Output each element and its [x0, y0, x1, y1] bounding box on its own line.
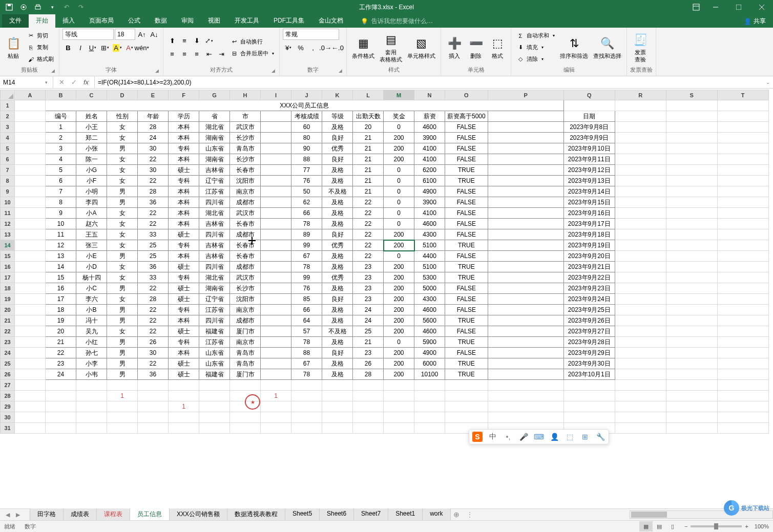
row-header-25[interactable]: 25 [1, 358, 15, 369]
cell-J9[interactable]: 50 [291, 186, 322, 197]
cell-M19[interactable]: 200 [384, 294, 414, 305]
cell-T21[interactable] [717, 315, 768, 326]
cell-P13[interactable] [488, 229, 563, 240]
cell-E24[interactable]: 30 [138, 348, 169, 358]
row-header-1[interactable]: 1 [1, 100, 15, 111]
row-header-24[interactable]: 24 [1, 348, 15, 358]
col-header-O[interactable]: O [445, 90, 488, 100]
cell-A13[interactable] [15, 229, 46, 240]
cell-Q21[interactable]: 2023年9月26日 [563, 315, 615, 326]
cell-styles-button[interactable]: ▧单元格样式 [405, 34, 437, 60]
cell-P20[interactable] [488, 305, 563, 315]
cell-L25[interactable]: 26 [353, 358, 384, 369]
cell-E14[interactable]: 25 [138, 240, 169, 251]
cell-G10[interactable]: 四川省 [199, 197, 230, 208]
cell-M5[interactable]: 200 [384, 143, 414, 154]
cell-H15[interactable]: 长春市 [230, 251, 261, 262]
cell-I20[interactable] [261, 305, 291, 315]
row-header-5[interactable]: 5 [1, 143, 15, 154]
cell-S30[interactable] [666, 412, 717, 423]
cell-D14[interactable]: 女 [107, 240, 138, 251]
cell-B10[interactable]: 8 [46, 197, 76, 208]
cell-D12[interactable]: 女 [107, 219, 138, 229]
row-header-21[interactable]: 21 [1, 315, 15, 326]
cell-M10[interactable]: 0 [384, 197, 414, 208]
cell-T14[interactable] [717, 240, 768, 251]
cell-E3[interactable]: 28 [138, 122, 169, 133]
row-header-19[interactable]: 19 [1, 294, 15, 305]
cell-P24[interactable] [488, 348, 563, 358]
cell-A11[interactable] [15, 208, 46, 219]
cell-M9[interactable]: 0 [384, 186, 414, 197]
cell-H23[interactable]: 南京市 [230, 337, 261, 348]
close-button[interactable] [750, 0, 773, 14]
cell-O25[interactable]: TRUE [445, 358, 488, 369]
cell-R3[interactable] [615, 122, 666, 133]
cell-F23[interactable]: 专科 [169, 337, 199, 348]
cell-B29[interactable] [46, 401, 76, 412]
cell-K28[interactable] [322, 391, 353, 401]
normal-view-button[interactable]: ▦ [639, 521, 653, 531]
col-header-G[interactable]: G [199, 90, 230, 100]
cell-O9[interactable]: FALSE [445, 186, 488, 197]
cell-T19[interactable] [717, 294, 768, 305]
sheet-tab-2[interactable]: 课程表 [96, 508, 130, 521]
cell-I19[interactable] [261, 294, 291, 305]
cell-F11[interactable]: 本科 [169, 208, 199, 219]
cell-I6[interactable] [261, 154, 291, 165]
cell-G20[interactable]: 江苏省 [199, 305, 230, 315]
cell-D5[interactable]: 男 [107, 143, 138, 154]
cell-M18[interactable]: 200 [384, 283, 414, 294]
cell-F27[interactable] [169, 380, 199, 391]
cell-L17[interactable]: 23 [353, 272, 384, 283]
cell-Q8[interactable]: 2023年9月13日 [563, 176, 615, 186]
cell-S2[interactable] [666, 111, 717, 122]
cell-S17[interactable] [666, 272, 717, 283]
cell-B11[interactable]: 9 [46, 208, 76, 219]
cell-F21[interactable]: 本科 [169, 315, 199, 326]
cell-N27[interactable] [414, 380, 445, 391]
cell-Q22[interactable]: 2023年9月27日 [563, 326, 615, 337]
cell-B19[interactable]: 17 [46, 294, 76, 305]
cell-J18[interactable]: 76 [291, 283, 322, 294]
cell-D24[interactable]: 男 [107, 348, 138, 358]
align-right-button[interactable]: ≡ [191, 49, 202, 60]
undo-button[interactable]: ↶ [60, 1, 73, 13]
cell-T9[interactable] [717, 186, 768, 197]
cell-L9[interactable]: 21 [353, 186, 384, 197]
header-cell-6[interactable]: 市 [230, 111, 261, 122]
tab-developer[interactable]: 开发工具 [227, 14, 266, 28]
cell-D11[interactable]: 女 [107, 208, 138, 219]
cell-B25[interactable]: 23 [46, 358, 76, 369]
ribbon-options-button[interactable] [688, 0, 704, 14]
cell-G12[interactable]: 吉林省 [199, 219, 230, 229]
share-button[interactable]: 👤 共享 [737, 15, 773, 28]
cell-O20[interactable]: FALSE [445, 305, 488, 315]
cell-J20[interactable]: 66 [291, 305, 322, 315]
cell-D4[interactable]: 女 [107, 133, 138, 143]
col-header-M[interactable]: M [384, 90, 414, 100]
maximize-button[interactable] [727, 0, 750, 14]
cell-D6[interactable]: 女 [107, 154, 138, 165]
cell-O23[interactable]: TRUE [445, 337, 488, 348]
cell-Q13[interactable]: 2023年9月18日 [563, 229, 615, 240]
print-button[interactable] [32, 1, 44, 13]
cell-L11[interactable]: 22 [353, 208, 384, 219]
cell-I16[interactable] [261, 262, 291, 272]
cell-K17[interactable]: 优秀 [322, 272, 353, 283]
cell-L8[interactable]: 21 [353, 176, 384, 186]
sheet-tab-9[interactable]: Sheet1 [388, 508, 423, 521]
sheet-nav-prev[interactable]: ◀ [3, 510, 12, 519]
cell-A7[interactable] [15, 165, 46, 176]
page-break-view-button[interactable]: ▯ [666, 521, 679, 531]
cell-Q14[interactable]: 2023年9月19日 [563, 240, 615, 251]
cell-A17[interactable] [15, 272, 46, 283]
row-header-23[interactable]: 23 [1, 337, 15, 348]
cell-B4[interactable]: 2 [46, 133, 76, 143]
cell-L14[interactable]: 22 [353, 240, 384, 251]
cell-H25[interactable]: 青岛市 [230, 358, 261, 369]
cell-S31[interactable] [666, 423, 717, 434]
cell-B9[interactable]: 7 [46, 186, 76, 197]
cell-N18[interactable]: 5000 [414, 283, 445, 294]
cell-D26[interactable]: 男 [107, 369, 138, 380]
